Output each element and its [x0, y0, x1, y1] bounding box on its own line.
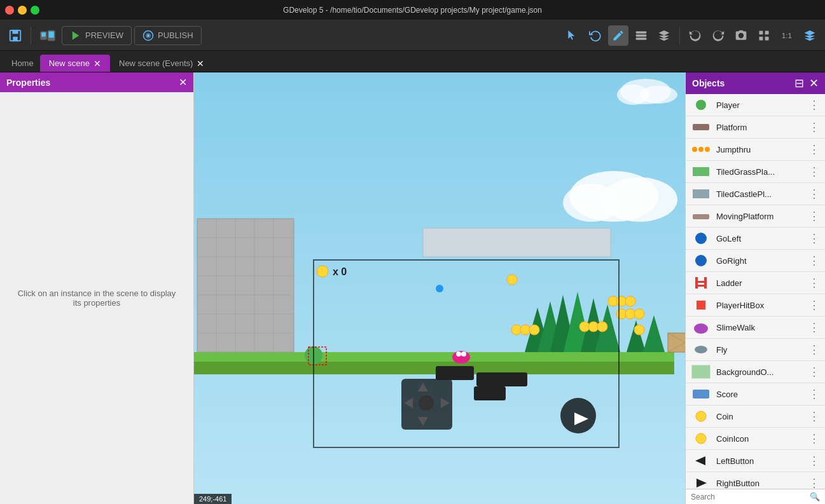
toolbar: PREVIEW PUBLISH [0, 20, 825, 51]
rotate-tool-button[interactable] [585, 25, 606, 46]
object-context-menu-button[interactable]: ⋮ [808, 165, 820, 179]
object-name-label: BackgroundO... [716, 367, 803, 377]
object-item-fly[interactable]: Fly⋮ [686, 339, 825, 361]
object-item-platform[interactable]: Platform⋮ [686, 116, 825, 139]
properties-close-button[interactable]: ✕ [179, 76, 187, 88]
object-name-label: LeftButton [716, 456, 803, 466]
preview-button[interactable]: PREVIEW [62, 26, 132, 45]
object-thumbnail [691, 275, 711, 290]
object-context-menu-button[interactable]: ⋮ [808, 454, 820, 468]
object-thumbnail [691, 342, 711, 357]
redo-button[interactable] [708, 25, 728, 46]
object-item-tiledgrasspla---[interactable]: TiledGrassPla...⋮ [686, 161, 825, 183]
maximize-button[interactable] [31, 6, 39, 15]
objects-header: Objects ⊟ ✕ [686, 72, 825, 94]
svg-point-91 [695, 255, 707, 266]
object-thumbnail [691, 186, 711, 201]
tab-close-icon[interactable]: ✕ [94, 59, 101, 68]
svg-rect-14 [636, 37, 647, 39]
object-name-label: Fly [716, 345, 803, 355]
gdevelop-icon[interactable] [36, 24, 59, 47]
object-item-playerhitbox[interactable]: PlayerHitBox⋮ [686, 294, 825, 317]
svg-point-86 [705, 147, 710, 152]
object-name-label: Ladder [716, 278, 803, 288]
object-context-menu-button[interactable]: ⋮ [808, 343, 820, 357]
svg-point-84 [692, 147, 697, 152]
object-context-menu-button[interactable]: ⋮ [808, 209, 820, 223]
properties-content: Click on an instance in the scene to dis… [0, 92, 193, 504]
undo-button[interactable] [685, 25, 705, 46]
tab-events-close-icon[interactable]: ✕ [197, 59, 204, 68]
tab-new-scene-events[interactable]: New scene (Events) ✕ [110, 55, 213, 72]
object-item-backgroundo---[interactable]: BackgroundO...⋮ [686, 361, 825, 383]
svg-rect-99 [692, 365, 710, 378]
object-context-menu-button[interactable]: ⋮ [808, 231, 820, 245]
properties-header: Properties ✕ [0, 72, 193, 92]
object-context-menu-button[interactable]: ⋮ [808, 298, 820, 312]
object-item-rightbutton[interactable]: RightButton⋮ [686, 472, 825, 489]
object-context-menu-button[interactable]: ⋮ [808, 432, 820, 446]
object-item-tiledcastlepl---[interactable]: TiledCastlePl...⋮ [686, 183, 825, 205]
svg-marker-103 [695, 456, 705, 465]
object-item-jumpthru[interactable]: Jumpthru⋮ [686, 139, 825, 161]
object-context-menu-button[interactable]: ⋮ [808, 476, 820, 489]
svg-rect-12 [636, 31, 647, 33]
object-name-label: Player [716, 100, 803, 110]
screenshot-button[interactable] [731, 25, 751, 46]
objects-close-button[interactable]: ✕ [809, 76, 819, 90]
objects-search-input[interactable] [691, 493, 807, 501]
svg-point-102 [696, 433, 706, 444]
minimize-button[interactable] [18, 6, 27, 15]
object-item-coinicon[interactable]: CoinIcon⋮ [686, 428, 825, 450]
object-context-menu-button[interactable]: ⋮ [808, 120, 820, 134]
object-item-coin[interactable]: Coin⋮ [686, 405, 825, 428]
select-tool-button[interactable] [562, 25, 583, 46]
object-context-menu-button[interactable]: ⋮ [808, 254, 820, 268]
object-context-menu-button[interactable]: ⋮ [808, 387, 820, 401]
object-context-menu-button[interactable]: ⋮ [808, 142, 820, 156]
save-button[interactable] [5, 25, 25, 46]
object-item-slimewalk[interactable]: SlimeWalk⋮ [686, 317, 825, 339]
object-context-menu-button[interactable]: ⋮ [808, 276, 820, 290]
svg-rect-96 [697, 301, 705, 310]
tab-home[interactable]: Home [5, 55, 40, 72]
svg-point-90 [695, 233, 707, 244]
object-item-leftbutton[interactable]: LeftButton⋮ [686, 450, 825, 472]
publish-button[interactable]: PUBLISH [134, 26, 202, 45]
svg-point-97 [694, 324, 708, 334]
scene-area[interactable]: x 0 249;-461 [194, 72, 685, 504]
separator2 [679, 27, 680, 44]
svg-point-82 [696, 100, 706, 110]
scene-properties-button[interactable] [631, 25, 651, 46]
object-item-movingplatform[interactable]: MovingPlatform⋮ [686, 205, 825, 228]
objects-search-bar[interactable]: 🔍 [686, 489, 825, 504]
object-context-menu-button[interactable]: ⋮ [808, 320, 820, 334]
svg-rect-100 [693, 390, 709, 398]
objects-filter-button[interactable]: ⊟ [794, 76, 804, 90]
objects-list: Player⋮Platform⋮Jumpthru⋮TiledGrassPla..… [686, 94, 825, 489]
object-thumbnail [691, 364, 711, 379]
grid-button[interactable] [754, 25, 774, 46]
object-context-menu-button[interactable]: ⋮ [808, 409, 820, 423]
object-context-menu-button[interactable]: ⋮ [808, 365, 820, 379]
tab-new-scene[interactable]: New scene ✕ [40, 55, 110, 72]
object-context-menu-button[interactable]: ⋮ [808, 187, 820, 201]
coordinates-display: 249;-461 [194, 494, 232, 504]
close-button[interactable] [5, 6, 14, 15]
svg-point-98 [695, 346, 707, 353]
object-context-menu-button[interactable]: ⋮ [808, 98, 820, 112]
edit-tool-button[interactable] [608, 25, 628, 46]
zoom-button[interactable]: 1:1 [777, 25, 797, 46]
object-item-goright[interactable]: GoRight⋮ [686, 250, 825, 272]
object-item-score[interactable]: Score⋮ [686, 383, 825, 405]
main-area: Properties ✕ Click on an instance in the… [0, 72, 825, 504]
svg-rect-89 [693, 214, 709, 219]
object-item-goleft[interactable]: GoLeft⋮ [686, 228, 825, 250]
object-item-player[interactable]: Player⋮ [686, 94, 825, 116]
svg-rect-87 [693, 167, 709, 176]
window-controls[interactable] [5, 6, 39, 15]
object-item-ladder[interactable]: Ladder⋮ [686, 272, 825, 294]
center-view-button[interactable] [800, 25, 820, 46]
layers-button[interactable] [654, 25, 674, 46]
object-thumbnail [691, 297, 711, 313]
